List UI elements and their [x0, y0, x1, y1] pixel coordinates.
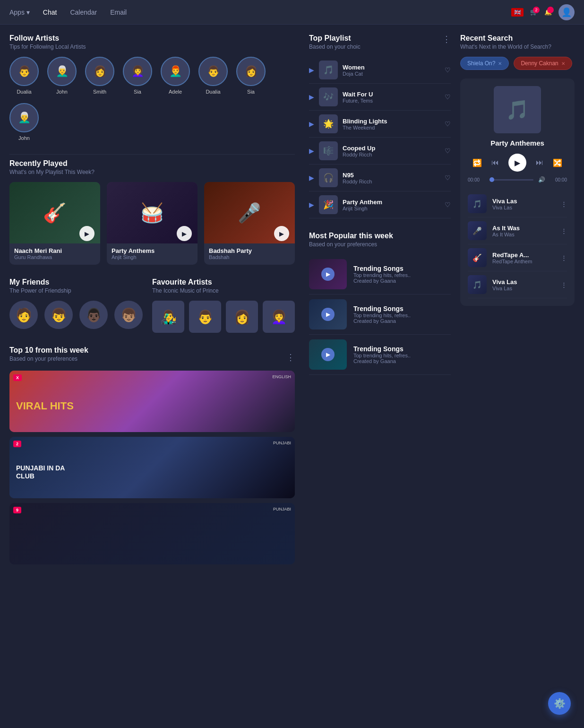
- popular-sub2: Created by Gaana: [353, 318, 411, 324]
- recently-played-card[interactable]: 🥁 ▶ Party Anthems Anjit Singh: [107, 182, 198, 265]
- volume-icon[interactable]: 🔊: [538, 176, 545, 183]
- artist-item[interactable]: 👨 Dualia: [198, 57, 228, 95]
- player-controls: 🔁 ⏮ ▶ ⏭ 🔀: [468, 154, 567, 172]
- artist-name: Dualia: [206, 89, 220, 95]
- track-item[interactable]: 🎸 RedTape A... RedTape Anthem ⋮: [468, 244, 567, 271]
- artist-item[interactable]: 👨‍🦳 John: [9, 103, 39, 141]
- artist-item[interactable]: 👨‍🦰 Adele: [161, 57, 190, 95]
- top10-card[interactable]: 9 PUNJABI: [9, 503, 295, 564]
- playlist-item[interactable]: ▶ 🎶 Wait For U Future, Tems ♡: [309, 84, 451, 111]
- track-more-button[interactable]: ⋮: [561, 227, 567, 234]
- my-friends-section: My Friends The Power of Friendship 🧑👦👨🏿👦…: [9, 278, 143, 333]
- playlist-play-icon[interactable]: ▶: [309, 93, 314, 101]
- artist-item[interactable]: 👨 Dualia: [9, 57, 39, 95]
- track-name: RedTape A...: [492, 251, 555, 259]
- fav-artist-image[interactable]: 👨: [189, 301, 221, 333]
- playlist-play-icon[interactable]: ▶: [309, 66, 314, 74]
- recent-search-subtitle: What's Next in the World of Search?: [460, 43, 575, 50]
- heart-button[interactable]: ♡: [445, 147, 451, 155]
- playlist-track-name: Blinding Lights: [343, 118, 440, 125]
- top10-more-button[interactable]: ⋮: [286, 352, 295, 363]
- friend-avatar[interactable]: 👨🏿: [79, 301, 108, 329]
- heart-button[interactable]: ♡: [445, 120, 451, 128]
- popular-play-icon[interactable]: ▶: [321, 308, 335, 321]
- next-button[interactable]: ⏭: [536, 158, 543, 167]
- popular-play-icon[interactable]: ▶: [321, 348, 335, 361]
- track-play-button[interactable]: ▶: [274, 226, 289, 241]
- nav-chat[interactable]: Chat: [43, 9, 57, 16]
- playlist-item[interactable]: ▶ 🌟 Blinding Lights The Weekend ♡: [309, 111, 451, 138]
- playlist-list: ▶ 🎵 Women Doja Cat ♡ ▶ 🎶 Wait For U Futu…: [309, 57, 451, 218]
- heart-button[interactable]: ♡: [445, 66, 451, 74]
- top10-label: 2: [13, 441, 21, 447]
- search-tag-close-icon[interactable]: ✕: [561, 61, 565, 66]
- playlist-play-icon[interactable]: ▶: [309, 174, 314, 182]
- heart-button[interactable]: ♡: [445, 201, 451, 208]
- search-tag-label: Shiela On?: [467, 60, 495, 67]
- user-avatar[interactable]: 👤: [558, 4, 575, 20]
- track-play-button[interactable]: ▶: [79, 226, 94, 241]
- recently-played-section: Recently Played What's on My Playlist Th…: [9, 159, 295, 265]
- recently-played-card[interactable]: 🎸 ▶ Naach Meri Rani Guru Randhawa: [9, 182, 100, 265]
- track-play-button[interactable]: ▶: [177, 226, 192, 241]
- playlist-play-icon[interactable]: ▶: [309, 201, 314, 208]
- my-friends-subtitle: The Power of Friendship: [9, 287, 143, 294]
- most-popular-subtitle: Based on your preferences: [309, 241, 451, 248]
- prev-button[interactable]: ⏮: [491, 158, 499, 167]
- follow-artists-section: Follow Artists Tips for Following Local …: [9, 34, 295, 141]
- settings-fab[interactable]: ⚙️: [548, 692, 571, 715]
- track-item[interactable]: 🎵 Viva Las Viva Las ⋮: [468, 191, 567, 217]
- play-button[interactable]: ▶: [508, 154, 526, 172]
- shuffle-button[interactable]: 🔀: [553, 158, 562, 167]
- progress-bar[interactable]: [490, 179, 533, 181]
- popular-item[interactable]: ▶ Trending Songs Top trending hits, refr…: [309, 295, 451, 335]
- artist-item[interactable]: 👩‍🦱 Sia: [123, 57, 152, 95]
- friend-avatar[interactable]: 👦🏽: [114, 301, 143, 329]
- playlist-item[interactable]: ▶ 🎧 N95 Roddy Ricch ♡: [309, 165, 451, 191]
- search-tag[interactable]: Denny Caknan✕: [514, 57, 572, 70]
- track-item[interactable]: 🎤 As It Was As It Was ⋮: [468, 217, 567, 244]
- heart-button[interactable]: ♡: [445, 174, 451, 182]
- search-tag[interactable]: Shiela On?✕: [460, 57, 509, 70]
- playlist-more-button[interactable]: ⋮: [442, 34, 451, 44]
- nav-calendar[interactable]: Calendar: [70, 9, 97, 16]
- fav-artist-image[interactable]: 👨‍🎤: [152, 301, 184, 333]
- search-tag-close-icon[interactable]: ✕: [498, 61, 502, 66]
- track-more-button[interactable]: ⋮: [561, 254, 567, 261]
- playlist-item[interactable]: ▶ 🎵 Women Doja Cat ♡: [309, 57, 451, 84]
- artist-item[interactable]: 👩 Smith: [85, 57, 114, 95]
- nav-apps[interactable]: Apps ▾: [9, 9, 30, 16]
- recently-played-card[interactable]: 🎤 ▶ Badshah Party Badshah: [204, 182, 295, 265]
- popular-item[interactable]: ▶ Trending Songs Top trending hits, refr…: [309, 254, 451, 295]
- top10-card[interactable]: 2 PUNJABI PUNJABI IN DACLUB: [9, 437, 295, 498]
- track-item[interactable]: 🎵 Viva Las Viva Las ⋮: [468, 271, 567, 298]
- playlist-track-image: 🎧: [319, 168, 338, 187]
- nav-email[interactable]: Email: [110, 9, 127, 16]
- track-more-button[interactable]: ⋮: [561, 200, 567, 208]
- playlist-item[interactable]: ▶ 🎉 Party Anthem Arijit Singh ♡: [309, 191, 451, 218]
- language-flag[interactable]: 🇬🇧: [511, 8, 524, 17]
- fav-artist-image[interactable]: 👩‍🦱: [263, 301, 295, 333]
- friend-avatar[interactable]: 🧑: [9, 301, 38, 329]
- friend-avatar[interactable]: 👦: [44, 301, 73, 329]
- top-playlist-title: Top Playlist: [309, 34, 361, 43]
- fav-artist-image[interactable]: 👩: [226, 301, 258, 333]
- track-name: Viva Las: [492, 198, 555, 205]
- popular-sub2: Created by Gaana: [353, 278, 411, 284]
- artist-item[interactable]: 👩 Sia: [236, 57, 266, 95]
- notifications-bell[interactable]: 🔔: [544, 9, 552, 16]
- popular-play-icon[interactable]: ▶: [321, 268, 335, 281]
- heart-button[interactable]: ♡: [445, 93, 451, 101]
- top10-card[interactable]: X ENGLISH VIRAL HITS: [9, 371, 295, 432]
- popular-item[interactable]: ▶ Trending Songs Top trending hits, refr…: [309, 335, 451, 375]
- playlist-track-image: 🎵: [319, 61, 338, 79]
- playlist-play-icon[interactable]: ▶: [309, 120, 314, 128]
- popular-thumb: ▶: [309, 259, 347, 289]
- track-more-button[interactable]: ⋮: [561, 281, 567, 288]
- cart-icon[interactable]: 🛒 2: [530, 9, 538, 16]
- playlist-item[interactable]: ▶ 🎼 Cooped Up Roddy Ricch ♡: [309, 138, 451, 165]
- repeat-button[interactable]: 🔁: [472, 158, 482, 167]
- artist-item[interactable]: 👨‍🦳 John: [47, 57, 77, 95]
- playlist-play-icon[interactable]: ▶: [309, 147, 314, 155]
- time-total: 00:00: [550, 177, 567, 182]
